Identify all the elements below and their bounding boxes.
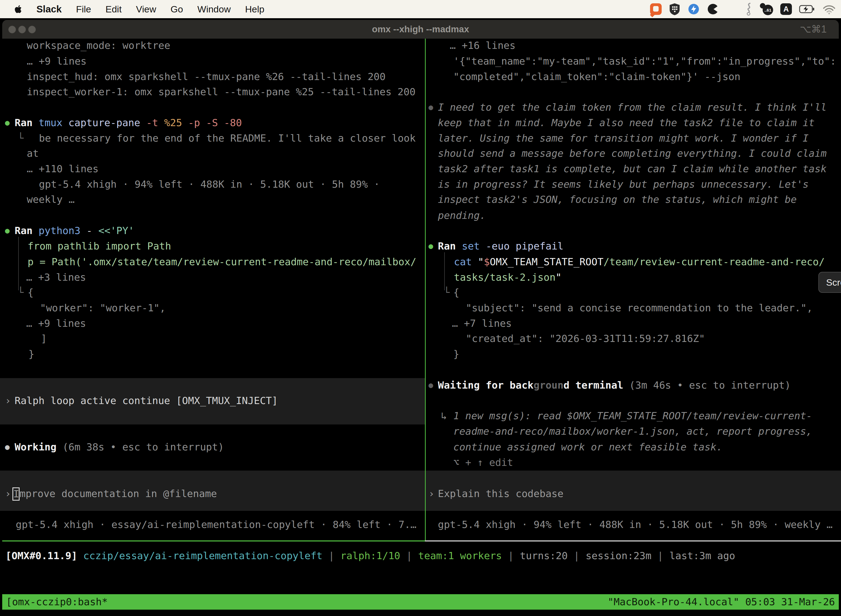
- menu-edit[interactable]: Edit: [105, 4, 122, 15]
- badge-61-label: ..61: [763, 5, 773, 15]
- command-bullet-icon: ●: [428, 240, 433, 252]
- thinking-line: is in progress? It seems likely but perh…: [438, 178, 809, 191]
- output-line: … +9 lines: [26, 317, 86, 330]
- scrollback-line: "completed","claim_token":"claim-token"}…: [453, 70, 740, 83]
- menu-view[interactable]: View: [136, 4, 156, 15]
- output-line: gpt-5.4 xhigh · 94% left · 488K in · 5.1…: [39, 178, 379, 191]
- output-line: }: [453, 348, 459, 360]
- menu-file[interactable]: File: [76, 4, 91, 15]
- output-line: {: [28, 286, 34, 299]
- ran-tmux-command: Ran tmux capture-pane -t %25 -p -S -80: [15, 117, 242, 129]
- thinking-line: I need to get the claim token from the c…: [438, 101, 827, 113]
- left-terminal-pane[interactable]: workspace_mode: worktree … +9 lines insp…: [0, 39, 425, 540]
- omx-status-line: [OMX#0.11.9] cczip/essay/ai-reimplementa…: [6, 550, 735, 562]
- prompt-chevron-icon: ›: [5, 488, 11, 500]
- output-line: weekly …: [27, 194, 75, 205]
- window-title: omx --xhigh --madmax: [2, 20, 839, 39]
- window-shortcut-badge: ⌥⌘1: [800, 20, 827, 39]
- cat-command-cont: tasks/task-2.json": [454, 271, 561, 283]
- omx-version: [OMX#0.11.9]: [6, 550, 77, 561]
- mailbox-note-line: continue assigned work or next feasible …: [453, 441, 722, 453]
- app-menu-slack[interactable]: Slack: [37, 4, 62, 15]
- chat-app-icon[interactable]: [650, 3, 662, 15]
- right-terminal-pane[interactable]: … +16 lines '{"team_name":"my-team","tas…: [426, 39, 841, 540]
- command-bullet-icon: ●: [5, 117, 10, 129]
- edit-hint: ⌥ + ↑ edit: [453, 456, 513, 469]
- omx-last: last:3m ago: [670, 550, 735, 561]
- thinking-line: pending.: [438, 210, 486, 221]
- circle-wedge-icon[interactable]: [707, 3, 719, 15]
- scrollback-line: '{"team_name":"my-team","task_id":"1","f…: [453, 55, 836, 67]
- active-pane-border: [2, 540, 425, 541]
- prompt-chevron-icon: ›: [428, 488, 435, 500]
- output-line: }: [28, 348, 35, 360]
- thinking-line: later. Using the same for transition mig…: [438, 132, 809, 144]
- inactive-pane-border: [425, 540, 841, 541]
- menu-bar: Slack File Edit View Go Window Help ..61: [0, 0, 841, 18]
- wifi-icon[interactable]: [822, 4, 836, 14]
- session-status-line: gpt-5.4 xhigh · 94% left · 488K in · 5.1…: [438, 519, 832, 531]
- output-line: "worker": "worker-1",: [40, 302, 166, 314]
- cat-command: cat "$OMX_TEAM_STATE_ROOT/team/review-cu…: [454, 256, 825, 268]
- mailbox-note-line: 1 new msg(s): read $OMX_TEAM_STATE_ROOT/…: [453, 410, 812, 422]
- thinking-line: should send a message before completing …: [438, 147, 827, 160]
- session-status-line: gpt-5.4 xhigh · essay/ai-reimplementatio…: [16, 519, 416, 531]
- tmux-host-clock: "MacBook-Pro-44.local" 05:03 31-Mar-26: [608, 594, 835, 610]
- thinking-line: inspect task2's JSON, focusing on the st…: [438, 194, 797, 205]
- prompt-input[interactable]: Explain this codebase: [438, 488, 563, 500]
- menu-help[interactable]: Help: [245, 4, 264, 15]
- dots-grid-icon[interactable]: [726, 4, 737, 15]
- output-rail: [444, 252, 445, 290]
- command-bullet-icon: ●: [5, 224, 10, 237]
- terminal-cursor: I: [12, 487, 20, 501]
- tmux-window-name[interactable]: [omx-cczip0:bash*: [6, 594, 108, 610]
- badge-61-icon[interactable]: ..61: [760, 3, 773, 15]
- output-line: "subject": "send a concise recommendatio…: [466, 302, 813, 314]
- mailbox-arrow-icon: ↳: [441, 410, 447, 422]
- scrollback-line: … +9 lines: [27, 55, 86, 67]
- scrollback-line: inspect_worker-1: omx sparkshell --tmux-…: [27, 86, 416, 98]
- input-source-icon[interactable]: A: [780, 3, 792, 15]
- working-bullet-icon: ●: [5, 441, 10, 453]
- output-line: ]: [41, 333, 47, 345]
- tmux-status-bar: [omx-cczip0:bash* "MacBook-Pro-44.local"…: [2, 594, 839, 610]
- omx-turns: turns:20: [520, 550, 568, 561]
- battery-icon[interactable]: [799, 5, 815, 13]
- scrollback-line: inspect_hud: omx sparkshell --tmux-pane …: [27, 70, 385, 83]
- thinking-bullet-icon: ●: [428, 101, 433, 113]
- scrollback-line: workspace_mode: worktree: [27, 40, 170, 51]
- output-line: … +110 lines: [27, 163, 98, 175]
- output-line: {: [453, 286, 459, 299]
- output-elbow: └: [18, 132, 24, 144]
- scrollback-line: … +16 lines: [450, 40, 516, 51]
- output-line: at: [27, 147, 39, 160]
- code-line: from pathlib import Path: [28, 240, 171, 252]
- inject-banner-text: Ralph loop active continue [OMX_TMUX_INJ…: [15, 395, 278, 407]
- omx-team: team:1 workers: [418, 550, 502, 561]
- output-line: … +3 lines: [26, 271, 86, 283]
- thinking-line: keep that in mind. Maybe I also need the…: [438, 117, 815, 129]
- menu-go[interactable]: Go: [170, 4, 183, 15]
- output-elbow: └: [18, 286, 24, 299]
- prompt-input[interactable]: mprove documentation in @filename: [20, 488, 217, 500]
- shield-grid-icon[interactable]: [669, 3, 680, 15]
- screen-share-overlay[interactable]: Scre: [818, 272, 841, 293]
- output-rail: [18, 237, 19, 290]
- output-line: "created_at": "2026-03-31T11:59:27.816Z": [466, 333, 705, 345]
- omx-ralph: ralph:1/10: [340, 550, 400, 561]
- squiggle-icon[interactable]: [744, 3, 753, 16]
- omx-session: session:23m: [586, 550, 651, 561]
- waiting-status: Waiting for background terminal (3m 46s …: [438, 379, 791, 392]
- blue-badge-icon[interactable]: [687, 3, 700, 15]
- menu-window[interactable]: Window: [197, 4, 231, 15]
- banner-chevron-icon: ›: [5, 395, 11, 407]
- output-line: … +7 lines: [452, 317, 512, 330]
- ran-python-command: Ran python3 - <<'PY': [15, 224, 134, 237]
- ran-set-command: Ran set -euo pipefail: [438, 240, 563, 252]
- waiting-bullet-icon: ●: [428, 379, 433, 392]
- output-elbow: └: [444, 286, 450, 299]
- pane-divider[interactable]: [425, 39, 426, 540]
- mailbox-note-line: readme-and-reco/mailbox/worker-1.json, a…: [453, 425, 812, 437]
- code-line: p = Path('.omx/state/team/review-current…: [28, 256, 416, 268]
- apple-icon[interactable]: [14, 5, 22, 13]
